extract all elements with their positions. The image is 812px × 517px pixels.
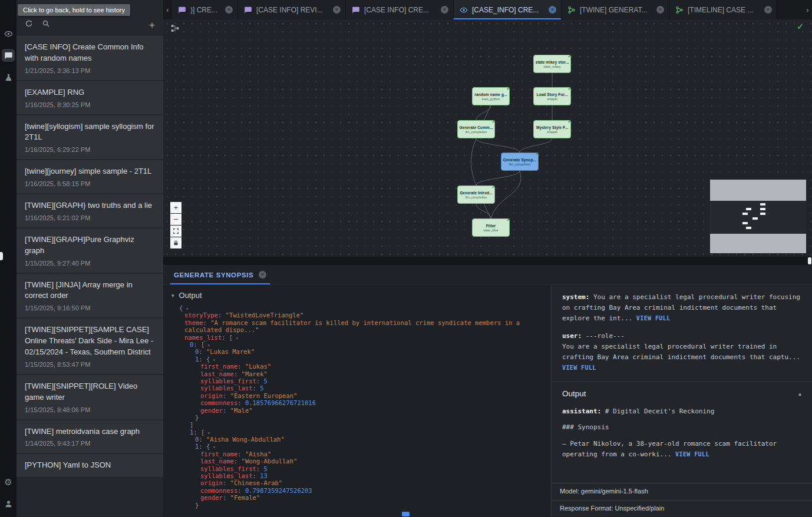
search-icon[interactable] <box>42 19 50 30</box>
code-line: theme: "A romance scam facilitator is ki… <box>174 319 545 334</box>
pane-divider[interactable] <box>163 257 812 265</box>
list-item[interactable]: [PYTHON] Yaml to JSON <box>16 454 163 477</box>
chat-icon <box>352 6 360 14</box>
node-title: state mikey stor... <box>536 60 569 64</box>
code-line: first_name: "Aisha" <box>174 450 545 458</box>
minimap-node <box>746 227 751 229</box>
code-line: 1: { ▾ <box>174 443 545 450</box>
list-item[interactable]: [EXAMPLE] RNG1/16/2025, 8:30:25 PM <box>16 81 163 114</box>
fit-view-button[interactable] <box>170 226 181 237</box>
list-item[interactable]: [TWINE] metroidvania case graph1/14/2025… <box>16 420 163 453</box>
list-item[interactable]: [TWINE] [JINJA] Array merge in correct o… <box>16 274 163 318</box>
close-icon[interactable]: × <box>764 6 772 14</box>
view-full-link[interactable]: VIEW FULL <box>562 364 596 371</box>
node-canvas[interactable]: ✓ + − state mikey stor...state_mikey✓ran… <box>163 19 812 257</box>
model-name: Model: gemini/gemini-1.5-flash <box>552 483 812 501</box>
tab-2[interactable]: [CASE INFO] REVI...× <box>238 0 346 19</box>
history-tooltip: Click to go back, hold to see history <box>18 4 130 16</box>
graph-node[interactable]: Generate Comm...llm_completion✓ <box>457 120 495 138</box>
graph-node[interactable]: Generate Synop...llm_completion✓ <box>501 153 539 171</box>
prompt-list[interactable]: [CASE INFO] Create Common Info with rand… <box>16 36 163 517</box>
scroll-left-icon[interactable]: ‹ <box>163 0 172 19</box>
prompt-title: [PYTHON] Yaml to JSON <box>25 460 155 471</box>
settings-icon[interactable]: ⚙ <box>2 475 15 488</box>
code-line: last_name: "Marek" <box>174 370 545 377</box>
close-icon[interactable]: × <box>333 6 341 14</box>
minimap-node <box>742 222 748 224</box>
code-line: last_name: "Wong-Abdullah" <box>174 458 545 465</box>
scrollbar-thumb[interactable] <box>402 512 410 516</box>
prompt-timestamp: 1/15/2025, 8:53:47 PM <box>25 361 155 368</box>
node-subtitle: llm_completion <box>509 163 531 166</box>
list-item[interactable]: [TWINE][GRAPH} two truths and a lie1/16/… <box>16 194 163 227</box>
tab-1[interactable]: )] CRE...× <box>172 0 238 19</box>
code-line: gender: "Male" <box>174 407 545 414</box>
tab-5[interactable]: [TWINE] GENERAT...× <box>562 0 669 19</box>
list-item[interactable]: [twine][syllogism] sample syllogism for … <box>16 115 163 160</box>
minimap-node <box>760 208 765 210</box>
list-item[interactable]: [TWINE][GRAPH]Pure Graphviz graph1/15/20… <box>16 228 163 273</box>
graph-node[interactable]: random name g...exec_python✓ <box>472 87 510 105</box>
close-icon[interactable]: × <box>441 6 448 14</box>
zoom-in-button[interactable]: + <box>170 202 181 213</box>
app-window: ⚙ Prompts Click to go back, hold to see … <box>0 0 812 517</box>
graph-node[interactable]: state mikey stor...state_mikey✓ <box>533 55 571 73</box>
graph-node[interactable]: Mystery Style F...snippet✓ <box>533 120 571 138</box>
assistant-label: assistant: <box>562 407 601 415</box>
minimap[interactable] <box>710 180 806 253</box>
view-full-link[interactable]: VIEW FULL <box>636 315 671 322</box>
user-label: user: <box>562 332 582 340</box>
response-format: Response Format: Unspecified/plain <box>552 501 812 517</box>
output-header-label: Output <box>179 291 202 300</box>
bottom-panel-body: ▾ Output { ▾storyType: "TwistedLoveTrian… <box>163 285 812 517</box>
check-icon: ✓ <box>567 119 572 124</box>
json-output[interactable]: { ▾storyType: "TwistedLoveTriangle"theme… <box>171 304 545 509</box>
prompts-icon[interactable] <box>2 49 15 62</box>
close-icon[interactable]: × <box>549 6 556 14</box>
list-item[interactable]: [twine][journey] simple sample - 2T1L1/1… <box>16 160 163 193</box>
code-pane[interactable]: ▾ Output { ▾storyType: "TwistedLoveTrian… <box>163 285 551 517</box>
refresh-icon[interactable] <box>25 19 33 30</box>
graph-node[interactable]: Filterstate_filter✓ <box>472 218 510 237</box>
tab-label: [CASE INFO] REVI... <box>256 6 329 14</box>
tab-label: [TWINE] GENERAT... <box>580 6 652 14</box>
panel-resize-handle[interactable] <box>0 252 3 260</box>
output-collapse[interactable]: ▾ Output <box>171 291 545 304</box>
messages-scroll: system: You are a specialist legal proce… <box>552 285 812 460</box>
list-item[interactable]: [TWINE][SNIPPET][ROLE] Video game writer… <box>16 375 163 419</box>
divider-handle[interactable] <box>808 257 811 264</box>
code-line: origin: "Eastern European" <box>174 392 545 399</box>
bottom-tab-bar: GENERATE SYNOPSIS × <box>163 265 812 285</box>
eye-icon[interactable] <box>2 27 15 40</box>
tab-6[interactable]: [TIMELINE] CASE ...× <box>669 0 777 19</box>
prompt-timestamp: 1/15/2025, 9:27:40 PM <box>25 260 155 267</box>
graph-node[interactable]: Load Story For...snippet✓ <box>533 87 571 105</box>
add-prompt-button[interactable]: + <box>149 20 155 30</box>
close-icon[interactable]: × <box>656 6 664 14</box>
tab-label: [CASE_INFO] CRE... <box>472 6 544 14</box>
list-item[interactable]: [TWINE][SNIPPET][SAMPLE CASE] Online Thr… <box>16 319 163 374</box>
zoom-out-button[interactable]: − <box>170 214 181 225</box>
chevron-up-icon[interactable]: ▴ <box>798 389 801 399</box>
view-full-link[interactable]: VIEW FULL <box>675 451 709 458</box>
scroll-right-icon[interactable]: › <box>803 0 812 19</box>
check-icon: ✓ <box>535 151 539 157</box>
tab-3[interactable]: [CASE INFO] CRE...× <box>346 0 454 19</box>
close-icon[interactable]: × <box>259 271 266 279</box>
account-icon[interactable] <box>2 497 15 510</box>
close-icon[interactable]: × <box>225 6 233 14</box>
minimap-node <box>760 203 765 206</box>
messages-pane[interactable]: system: You are a specialist legal proce… <box>551 285 812 517</box>
tab-4[interactable]: [CASE_INFO] CRE...× <box>454 0 562 19</box>
check-icon: ✓ <box>506 86 510 91</box>
flask-icon[interactable] <box>2 71 15 84</box>
run-success-check-icon[interactable]: ✓ <box>797 22 804 31</box>
node-subtitle: llm_completion <box>466 130 487 134</box>
code-line: ] <box>174 421 545 428</box>
graph-node[interactable]: Generate Introd...llm_completion✓ <box>457 185 495 204</box>
prompt-title: [TWINE] [JINJA] Array merge in correct o… <box>25 280 155 302</box>
list-item[interactable]: [CASE INFO] Create Common Info with rand… <box>16 36 163 80</box>
tab-generate-synopsis[interactable]: GENERATE SYNOPSIS × <box>170 265 270 284</box>
auto-layout-icon[interactable] <box>170 24 181 34</box>
lock-button[interactable] <box>170 237 181 248</box>
